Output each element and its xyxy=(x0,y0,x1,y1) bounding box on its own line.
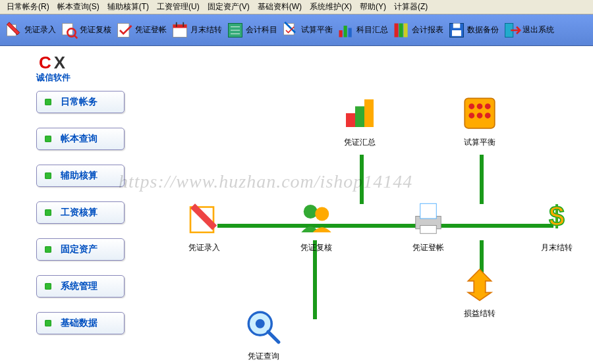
sidebar-label: 帐本查询 xyxy=(61,133,98,145)
magnifier-doc-icon xyxy=(60,20,78,41)
tool-label: 试算平衡 xyxy=(301,24,333,36)
menu-sys[interactable]: 系统维护(X) xyxy=(306,0,356,14)
sidebar: 日常帐务 帐本查询 辅助核算 工资核算 固定资产 系统管理 基础数据 xyxy=(36,91,125,349)
sidebar-salary[interactable]: 工资核算 xyxy=(36,201,125,224)
wf-label: 凭证汇总 xyxy=(333,137,386,148)
bar-chart-icon xyxy=(337,20,355,41)
svg-rect-11 xyxy=(349,28,352,37)
workflow-diagram: 凭证汇总 试算平衡 凭证录入 凭证复核 凭证登帐 $ 月末结转 损益结转 xyxy=(165,86,586,364)
printer-doc-icon xyxy=(407,197,449,240)
abacus-icon xyxy=(459,92,501,134)
svg-rect-20 xyxy=(355,107,364,128)
svg-rect-13 xyxy=(399,23,403,37)
svg-point-26 xyxy=(468,113,474,118)
svg-rect-14 xyxy=(404,23,408,37)
sidebar-ledger[interactable]: 帐本查询 xyxy=(36,128,125,150)
wf-label: 月末结转 xyxy=(530,242,583,253)
tool-voucher-post[interactable]: 凭证登帐 xyxy=(113,17,169,43)
calendar-icon xyxy=(171,20,189,41)
menu-calc[interactable]: 计算器(Z) xyxy=(390,0,432,14)
bullet-icon xyxy=(45,172,51,179)
blocks-icon xyxy=(339,92,381,134)
sidebar-label: 辅助核算 xyxy=(61,170,98,182)
wf-trial[interactable]: 试算平衡 xyxy=(453,92,506,148)
wf-review[interactable]: 凭证复核 xyxy=(290,197,343,253)
sidebar-label: 固定资产 xyxy=(61,244,98,255)
sidebar-aux[interactable]: 辅助核算 xyxy=(36,165,125,187)
menu-base[interactable]: 基础资料(W) xyxy=(254,0,306,14)
disk-icon xyxy=(447,20,466,41)
sidebar-basedata[interactable]: 基础数据 xyxy=(36,312,125,334)
connector xyxy=(217,224,553,228)
tool-label: 会计报表 xyxy=(412,24,443,36)
menu-aux[interactable]: 辅助核算(T) xyxy=(103,0,153,14)
wf-profit[interactable]: 损益结转 xyxy=(453,263,506,319)
wf-summary[interactable]: 凭证汇总 xyxy=(333,92,386,148)
main-area: CX 诚信软件 日常帐务 帐本查询 辅助核算 工资核算 固定资产 系统管理 基础… xyxy=(0,46,593,364)
tool-label: 退出系统 xyxy=(522,24,554,36)
tool-label: 会计科目 xyxy=(246,24,277,36)
tool-voucher-entry[interactable]: 凭证录入 xyxy=(3,17,58,43)
sidebar-assets[interactable]: 固定资产 xyxy=(36,238,125,261)
tool-trial-balance[interactable]: 试算平衡 xyxy=(279,17,335,43)
logo-subtitle: 诚信软件 xyxy=(36,72,71,84)
tool-month-end[interactable]: 月末结转 xyxy=(169,17,224,43)
wf-post[interactable]: 凭证登帐 xyxy=(402,197,455,253)
sidebar-label: 工资核算 xyxy=(61,207,98,219)
books-icon xyxy=(392,20,410,41)
svg-point-23 xyxy=(468,103,474,109)
sidebar-label: 日常帐务 xyxy=(61,96,98,108)
toolbar: 凭证录入 凭证复核 凭证登帐 月末结转 会计科目 试算平衡 科目汇总 会计报表 … xyxy=(0,14,593,46)
sidebar-sysmgmt[interactable]: 系统管理 xyxy=(36,275,125,298)
menubar: 日常帐务(R) 帐本查询(S) 辅助核算(T) 工资管理(U) 固定资产(V) … xyxy=(0,0,593,14)
svg-rect-10 xyxy=(344,26,347,38)
tool-label: 月末结转 xyxy=(190,24,222,36)
bullet-icon xyxy=(45,320,51,326)
wf-label: 凭证查询 xyxy=(237,351,290,362)
tool-label: 凭证录入 xyxy=(24,24,56,36)
bullet-icon xyxy=(45,136,51,142)
svg-point-24 xyxy=(477,103,483,109)
tool-label: 数据备份 xyxy=(467,24,499,36)
tool-exit[interactable]: 退出系统 xyxy=(501,17,556,43)
exit-door-icon xyxy=(503,20,521,41)
svg-rect-21 xyxy=(364,99,374,127)
svg-rect-2 xyxy=(173,24,187,28)
logo-cx: CX xyxy=(36,53,71,73)
connector xyxy=(480,155,484,204)
svg-rect-32 xyxy=(420,203,437,219)
wf-label: 凭证录入 xyxy=(178,242,231,253)
tool-account-summary[interactable]: 科目汇总 xyxy=(335,17,390,43)
wf-query[interactable]: 凭证查询 xyxy=(237,306,290,362)
menu-help[interactable]: 帮助(Y) xyxy=(356,0,390,14)
connector xyxy=(360,155,364,204)
sidebar-label: 基础数据 xyxy=(61,317,98,329)
svg-point-30 xyxy=(315,207,329,221)
arrow-down-icon xyxy=(459,263,501,305)
menu-daily[interactable]: 日常帐务(R) xyxy=(3,0,53,14)
wf-label: 试算平衡 xyxy=(453,137,506,148)
svg-rect-12 xyxy=(395,23,399,37)
menu-assets[interactable]: 固定资产(V) xyxy=(204,0,254,14)
svg-point-36 xyxy=(256,319,265,328)
sidebar-daily[interactable]: 日常帐务 xyxy=(36,91,125,113)
tool-backup[interactable]: 数据备份 xyxy=(445,17,501,43)
tool-voucher-review[interactable]: 凭证复核 xyxy=(58,17,113,43)
dollar-cycle-icon: $ xyxy=(536,197,578,240)
tool-accounts[interactable]: 会计科目 xyxy=(224,17,279,43)
pen-note-icon xyxy=(183,197,225,240)
wf-monthend[interactable]: $ 月末结转 xyxy=(530,197,583,253)
wf-entry[interactable]: 凭证录入 xyxy=(178,197,231,253)
wf-label: 凭证复核 xyxy=(290,242,343,253)
menu-ledger[interactable]: 帐本查询(S) xyxy=(53,0,103,14)
svg-rect-9 xyxy=(339,30,343,38)
menu-salary[interactable]: 工资管理(U) xyxy=(153,0,204,14)
eye-magnifier-icon xyxy=(242,306,285,348)
svg-rect-17 xyxy=(452,30,461,36)
svg-point-29 xyxy=(304,205,318,219)
wf-label: 凭证登帐 xyxy=(402,242,455,253)
pen-check-icon xyxy=(281,20,300,41)
tool-reports[interactable]: 会计报表 xyxy=(390,17,445,43)
tool-label: 科目汇总 xyxy=(356,24,388,36)
sliders-icon xyxy=(226,20,244,41)
